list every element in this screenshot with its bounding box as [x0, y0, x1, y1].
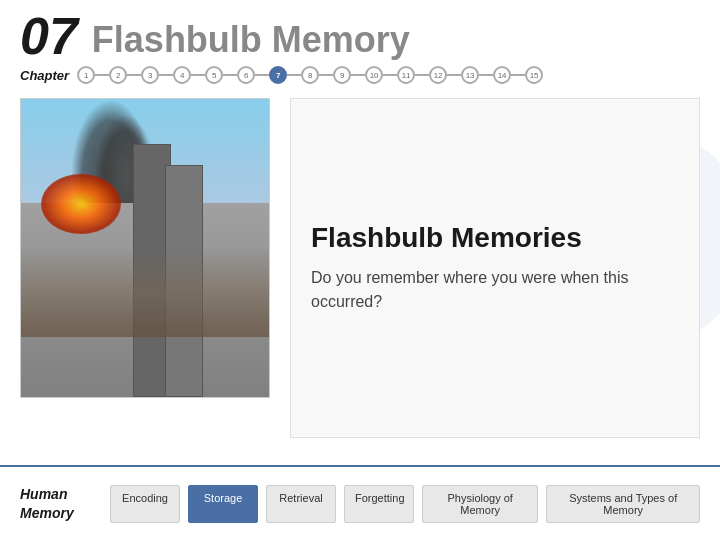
- nav-dot-2[interactable]: 2: [109, 66, 127, 84]
- nav-dot-6[interactable]: 6: [237, 66, 255, 84]
- nav-connector: [95, 74, 109, 76]
- chapter-nav: Chapter 1 2 3 4 5 6 7 8 9 10 11 12 13 14…: [0, 62, 720, 88]
- nav-connector: [447, 74, 461, 76]
- nav-dot-7[interactable]: 7: [269, 66, 287, 84]
- nav-connector: [223, 74, 237, 76]
- tab-physiology[interactable]: Physiology of Memory: [422, 485, 538, 523]
- main-subtitle: Do you remember where you were when this…: [311, 266, 679, 314]
- nav-connector: [511, 74, 525, 76]
- nav-dots-container: 1 2 3 4 5 6 7 8 9 10 11 12 13 14 15: [77, 66, 543, 84]
- nav-dot-13[interactable]: 13: [461, 66, 479, 84]
- header: 07 Flashbulb Memory: [0, 0, 720, 62]
- chapter-title: Flashbulb Memory: [92, 10, 410, 60]
- nav-connector: [287, 74, 301, 76]
- nav-connector: [383, 74, 397, 76]
- section-label: Human Memory: [20, 485, 90, 521]
- nav-connector: [351, 74, 365, 76]
- chapter-label: Chapter: [20, 68, 69, 83]
- nav-dot-12[interactable]: 12: [429, 66, 447, 84]
- nav-dot-11[interactable]: 11: [397, 66, 415, 84]
- nav-dot-10[interactable]: 10: [365, 66, 383, 84]
- main-image: [20, 98, 270, 398]
- nav-dot-5[interactable]: 5: [205, 66, 223, 84]
- nav-dot-14[interactable]: 14: [493, 66, 511, 84]
- nav-connector: [191, 74, 205, 76]
- content-box: Flashbulb Memories Do you remember where…: [290, 98, 700, 438]
- nav-connector: [159, 74, 173, 76]
- nav-connector: [255, 74, 269, 76]
- nav-connector: [319, 74, 333, 76]
- nav-dot-8[interactable]: 8: [301, 66, 319, 84]
- main-content: Flashbulb Memories Do you remember where…: [0, 88, 720, 448]
- main-title: Flashbulb Memories: [311, 222, 679, 254]
- nav-dot-9[interactable]: 9: [333, 66, 351, 84]
- explosion-layer: [41, 174, 121, 234]
- footer: Human Memory Encoding Storage Retrieval …: [0, 465, 720, 540]
- nav-dot-15[interactable]: 15: [525, 66, 543, 84]
- tab-encoding[interactable]: Encoding: [110, 485, 180, 523]
- nav-connector: [479, 74, 493, 76]
- tab-retrieval[interactable]: Retrieval: [266, 485, 336, 523]
- nav-dot-3[interactable]: 3: [141, 66, 159, 84]
- nav-dot-1[interactable]: 1: [77, 66, 95, 84]
- tab-forgetting[interactable]: Forgetting: [344, 485, 414, 523]
- tab-storage[interactable]: Storage: [188, 485, 258, 523]
- footer-tabs: Encoding Storage Retrieval Forgetting Ph…: [110, 485, 700, 523]
- nav-dot-4[interactable]: 4: [173, 66, 191, 84]
- chapter-number: 07: [20, 10, 78, 62]
- debris-layer: [21, 248, 269, 337]
- tab-systems-types[interactable]: Systems and Types of Memory: [546, 485, 700, 523]
- image-placeholder: [21, 99, 269, 397]
- nav-connector: [415, 74, 429, 76]
- nav-connector: [127, 74, 141, 76]
